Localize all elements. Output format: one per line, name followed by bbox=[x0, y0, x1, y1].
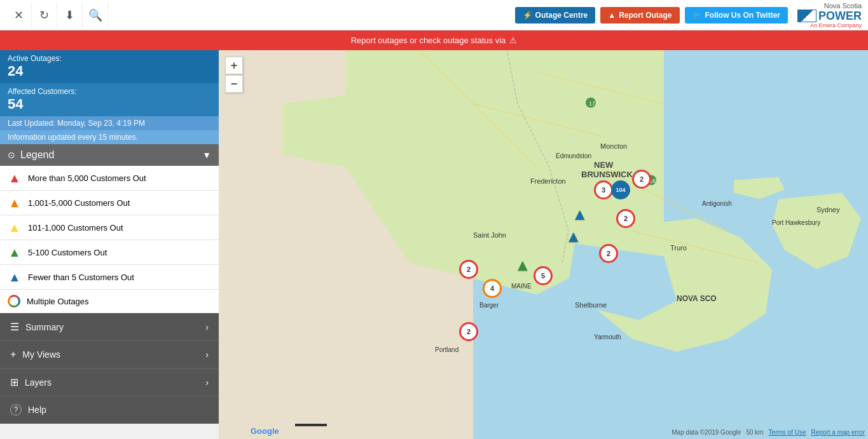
summary-icon: ☰ bbox=[10, 321, 19, 333]
terms-link[interactable]: Terms of Use bbox=[769, 429, 806, 436]
triangle-green-icon: ▲ bbox=[8, 245, 22, 259]
circle-multi-icon bbox=[8, 295, 20, 307]
svg-text:NOVA SCO: NOVA SCO bbox=[677, 294, 717, 303]
marker-blue-tri-2[interactable]: ▲ bbox=[565, 228, 582, 245]
download-icon: ⬇ bbox=[65, 8, 74, 22]
legend-item-fewer-5: ▲ Fewer than 5 Customers Out bbox=[0, 265, 219, 290]
nav-action-buttons: ⚡ Outage Centre ▲ Report Outage 🐦 Follow… bbox=[515, 7, 788, 24]
outage-centre-icon: ⚡ bbox=[523, 11, 532, 20]
help-label: Help bbox=[28, 405, 46, 415]
my-views-label: My Views bbox=[22, 349, 60, 360]
legend-5-100-label: 5-100 Customers Out bbox=[28, 248, 107, 257]
marker-green-tri[interactable]: ▲ bbox=[514, 257, 531, 273]
triangle-red-icon: ▲ bbox=[8, 171, 22, 185]
cluster-blue-104: 104 bbox=[611, 180, 630, 199]
report-outage-button[interactable]: ▲ Report Outage bbox=[600, 7, 679, 24]
affected-customers-value: 54 bbox=[8, 96, 211, 112]
svg-text:Fredericton: Fredericton bbox=[530, 177, 566, 185]
cluster-icon: 3 bbox=[594, 180, 613, 199]
marker-cluster-4[interactable]: 4 bbox=[483, 279, 502, 298]
search-icon: 🔍 bbox=[88, 8, 102, 22]
triangle-yellow-icon: ▲ bbox=[8, 220, 22, 234]
svg-text:Antigonish: Antigonish bbox=[702, 200, 732, 207]
cluster-multi-2e: 2 bbox=[459, 322, 478, 341]
last-updated-text: Last Updated: Monday, Sep 23, 4:19 PM bbox=[8, 119, 145, 128]
alert-bar: Report outages or check outage status vi… bbox=[0, 30, 868, 50]
map-scale-text: 50 km bbox=[746, 429, 763, 436]
marker-cluster-2e[interactable]: 2 bbox=[459, 322, 478, 341]
marker-cluster-2d[interactable]: 2 bbox=[459, 260, 478, 279]
svg-text:NEW: NEW bbox=[594, 160, 614, 170]
legend-more-5000-label: More than 5,000 Customers Out bbox=[28, 173, 146, 183]
legend-header[interactable]: ⊙ Legend ▼ bbox=[0, 144, 219, 166]
legend-label: Legend bbox=[20, 149, 54, 161]
marker-cluster-3[interactable]: 3 bbox=[594, 180, 613, 199]
layers-label: Layers bbox=[25, 377, 52, 388]
close-button[interactable]: ✕ bbox=[6, 3, 32, 28]
marker-blue-tri-1[interactable]: ▲ bbox=[572, 206, 588, 222]
search-button[interactable]: 🔍 bbox=[83, 3, 108, 28]
refresh-button[interactable]: ↻ bbox=[32, 3, 57, 28]
sidebar: Active Outages: 24 Affected Customers: 5… bbox=[0, 50, 219, 439]
twitter-follow-button[interactable]: 🐦 Follow Us On Twitter bbox=[685, 7, 788, 24]
triangle-blue-icon: ▲ bbox=[8, 270, 22, 284]
legend-circle-icon: ⊙ bbox=[8, 150, 15, 160]
legend-item-101-1000: ▲ 101-1,000 Customers Out bbox=[0, 215, 219, 240]
outage-centre-button[interactable]: ⚡ Outage Centre bbox=[515, 7, 596, 24]
zoom-out-button[interactable]: − bbox=[225, 75, 243, 93]
svg-text:Sydney: Sydney bbox=[816, 206, 840, 213]
svg-text:Yarmouth: Yarmouth bbox=[594, 334, 621, 341]
sidebar-item-help[interactable]: ? Help bbox=[0, 396, 219, 424]
marker-cluster-2c[interactable]: 2 bbox=[599, 244, 618, 263]
sidebar-item-my-views[interactable]: + My Views › bbox=[0, 341, 219, 368]
last-updated-bar: Last Updated: Monday, Sep 23, 4:19 PM bbox=[0, 116, 219, 130]
cluster-multi-2c: 2 bbox=[599, 244, 618, 263]
sidebar-item-summary[interactable]: ☰ Summary › bbox=[0, 313, 219, 341]
legend-item-multiple: Multiple Outages bbox=[0, 290, 219, 313]
sidebar-item-layers[interactable]: ⊞ Layers › bbox=[0, 368, 219, 396]
cluster-multi-2b: 2 bbox=[616, 209, 635, 228]
triangle-blue-marker: ▲ bbox=[572, 206, 588, 222]
svg-text:Edmundston: Edmundston bbox=[556, 152, 591, 159]
active-outages-value: 24 bbox=[8, 63, 211, 79]
svg-text:BRUNSWICK: BRUNSWICK bbox=[581, 170, 633, 179]
report-outage-icon: ▲ bbox=[608, 11, 616, 20]
summary-label: Summary bbox=[25, 322, 64, 332]
triangle-blue-marker-2: ▲ bbox=[565, 228, 582, 245]
my-views-chevron-icon: › bbox=[205, 349, 209, 360]
zoom-in-button[interactable]: + bbox=[225, 57, 243, 74]
legend-1001-5000-label: 1,001-5,000 Customers Out bbox=[28, 198, 130, 208]
cluster-orange-4: 4 bbox=[483, 279, 502, 298]
cluster-multi-5: 5 bbox=[534, 266, 553, 285]
triangle-green-marker: ▲ bbox=[514, 257, 531, 273]
layers-chevron-icon: › bbox=[205, 377, 209, 388]
svg-text:Barger: Barger bbox=[479, 302, 499, 309]
map-background: Fredericton Edmundston Saint John Moncto… bbox=[219, 50, 868, 439]
map-scale bbox=[295, 424, 327, 426]
triangle-orange-icon: ▲ bbox=[8, 196, 22, 210]
affected-customers-label: Affected Customers: bbox=[8, 87, 211, 96]
update-frequency-text: Information updated every 15 minutes. bbox=[8, 133, 138, 142]
marker-cluster-5[interactable]: 5 bbox=[534, 266, 553, 285]
cluster-multi-2d: 2 bbox=[459, 260, 478, 279]
alert-icon: ⚠ bbox=[509, 36, 517, 45]
update-frequency-bar: Information updated every 15 minutes. bbox=[0, 130, 219, 144]
legend-chevron-icon: ▼ bbox=[202, 150, 211, 160]
marker-cluster-2b[interactable]: 2 bbox=[616, 209, 635, 228]
cluster-red-icon: 2 bbox=[632, 170, 651, 189]
legend-101-1000-label: 101-1,000 Customers Out bbox=[28, 223, 123, 233]
download-button[interactable]: ⬇ bbox=[57, 3, 83, 28]
google-logo: Google bbox=[251, 426, 279, 436]
svg-text:17: 17 bbox=[589, 100, 595, 107]
legend-item-5-100: ▲ 5-100 Customers Out bbox=[0, 240, 219, 265]
legend-multiple-label: Multiple Outages bbox=[27, 297, 89, 306]
top-navigation: ✕ ↻ ⬇ 🔍 ⚡ Outage Centre ▲ Report Outage … bbox=[0, 0, 868, 30]
svg-text:Port Hawkesbury: Port Hawkesbury bbox=[772, 219, 820, 226]
marker-cluster-104[interactable]: 104 bbox=[611, 180, 630, 199]
marker-cluster-2a[interactable]: 2 bbox=[632, 170, 651, 189]
google-logo-text: Google bbox=[251, 426, 279, 436]
report-map-error-link[interactable]: Report a map error bbox=[811, 429, 865, 436]
legend-item-more-5000: ▲ More than 5,000 Customers Out bbox=[0, 166, 219, 191]
map-area[interactable]: Fredericton Edmundston Saint John Moncto… bbox=[219, 50, 868, 439]
active-outages-label: Active Outages: bbox=[8, 54, 211, 63]
